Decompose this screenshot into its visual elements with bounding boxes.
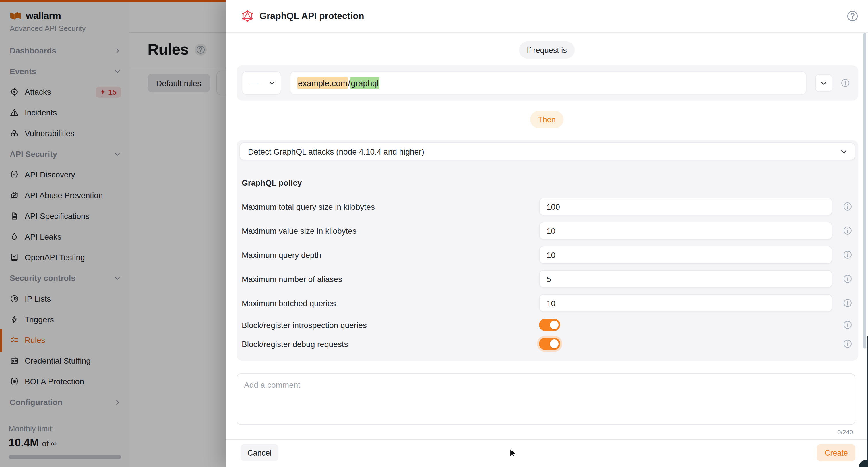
action-select[interactable]: Detect GraphQL attacks (node 4.10.4 and … <box>239 142 856 160</box>
policy-field-row: Maximum value size in kilobytes <box>242 222 853 239</box>
toggle-knob <box>550 340 559 348</box>
toggle-label-block-register-introspection-queries: Block/register introspection queries <box>242 320 367 329</box>
create-button[interactable]: Create <box>817 444 856 461</box>
char-counter: 0/240 <box>837 429 853 435</box>
policy-label-maximum-number-of-aliases: Maximum number of aliases <box>242 274 342 284</box>
comment-input[interactable] <box>237 373 856 425</box>
info-icon[interactable] <box>843 202 852 211</box>
policy-field-row: Maximum total query size in kilobytes <box>242 198 853 215</box>
chevron-down-icon <box>268 79 276 87</box>
policy-input-maximum-value-size-in-kilobytes[interactable] <box>539 222 832 239</box>
policy-label-maximum-value-size-in-kilobytes: Maximum value size in kilobytes <box>242 226 356 235</box>
modal-title: GraphQL API protection <box>259 11 364 21</box>
screen-edge-artifact <box>867 336 868 467</box>
info-icon[interactable] <box>843 320 852 330</box>
chevron-down-icon <box>820 79 828 87</box>
condition-operator-select[interactable]: — <box>242 71 281 95</box>
policy-label-maximum-total-query-size-in-kilobytes: Maximum total query size in kilobytes <box>242 202 375 211</box>
policy-toggle-row: Block/register debug requests <box>242 338 853 350</box>
chevron-down-icon <box>840 147 848 155</box>
action-panel: Detect GraphQL attacks (node 4.10.4 and … <box>237 140 858 361</box>
graphql-protection-modal: GraphQL API protection If request is — e… <box>226 0 868 467</box>
app-root: wallarm Advanced API Security Dashboards… <box>0 0 868 467</box>
modal-footer: Cancel Create <box>226 439 868 467</box>
then-pill: Then <box>530 111 564 128</box>
toggle-block-register-debug-requests[interactable] <box>539 338 560 350</box>
policy-field-row: Maximum query depth <box>242 246 853 264</box>
cancel-button[interactable]: Cancel <box>241 444 278 461</box>
toggle-block-register-introspection-queries[interactable] <box>539 319 560 331</box>
policy-label-maximum-query-depth: Maximum query depth <box>242 250 321 259</box>
toggle-label-block-register-debug-requests: Block/register debug requests <box>242 339 348 348</box>
policy-input-maximum-query-depth[interactable] <box>539 246 832 264</box>
info-icon[interactable] <box>843 250 852 260</box>
uri-input[interactable]: example.com/graphql <box>290 71 807 95</box>
policy-input-maximum-batched-queries[interactable] <box>539 294 832 312</box>
info-icon[interactable] <box>843 274 852 284</box>
policy-input-maximum-number-of-aliases[interactable] <box>539 270 832 288</box>
if-request-is-pill: If request is <box>519 41 575 59</box>
info-icon[interactable] <box>843 298 852 308</box>
condition-expand-button[interactable] <box>815 74 832 92</box>
help-icon[interactable] <box>846 10 859 22</box>
condition-panel: — example.com/graphql <box>237 65 858 100</box>
modal-header: GraphQL API protection <box>226 0 868 33</box>
graphql-icon <box>241 10 254 22</box>
policy-field-row: Maximum number of aliases <box>242 270 853 288</box>
policy-section-title: GraphQL policy <box>242 178 302 187</box>
info-icon[interactable] <box>843 226 852 235</box>
uri-host-token: example.com <box>298 77 348 89</box>
action-select-value: Detect GraphQL attacks (node 4.10.4 and … <box>248 147 424 156</box>
policy-field-row: Maximum batched queries <box>242 294 853 312</box>
policy-input-maximum-total-query-size-in-kilobytes[interactable] <box>539 198 832 215</box>
info-icon[interactable] <box>840 78 850 88</box>
modal-scrollbar[interactable] <box>863 33 866 349</box>
uri-separator: / <box>348 79 350 88</box>
policy-label-maximum-batched-queries: Maximum batched queries <box>242 298 336 308</box>
policy-toggle-row: Block/register introspection queries <box>242 319 853 331</box>
uri-path-token: graphql <box>350 77 379 89</box>
info-icon[interactable] <box>843 339 852 349</box>
condition-operator-value: — <box>249 78 258 88</box>
toggle-knob <box>550 321 559 329</box>
